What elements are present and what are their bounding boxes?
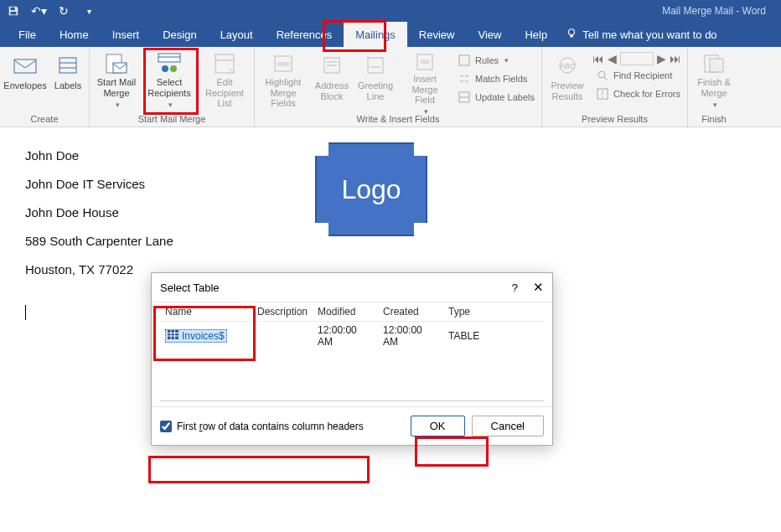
dialog-help-button[interactable]: ? [512,281,518,294]
title-bar: ↶▾ ↻ ▾ Mail Merge Mail - Word [0,0,781,22]
callout-mailings [323,21,385,51]
prev-record-icon[interactable]: ◀ [608,52,617,65]
col-modified[interactable]: Modified [313,302,378,322]
greeting-label: Greeting Line [357,80,394,101]
address-block-button[interactable]: Address Block [312,50,352,111]
save-icon[interactable] [7,4,20,18]
edit-recipient-list-button[interactable]: Edit Recipient List [199,50,251,111]
quick-access-toolbar: ↶▾ ↻ ▾ [7,4,96,18]
dialog-close-button[interactable]: ✕ [533,280,544,295]
insert-merge-label: Insert Merge Field [401,74,449,106]
svg-rect-1 [11,12,17,15]
tab-review[interactable]: Review [407,22,467,47]
highlight-label: Highlight Merge Fields [260,77,307,109]
callout-ok [417,439,486,464]
svg-text:!: ! [602,90,604,99]
cancel-button[interactable]: Cancel [472,416,544,436]
dialog-title: Select Table [160,281,220,294]
col-description[interactable]: Description [252,302,313,322]
select-table-dialog: Select Table ? ✕ Name Description Modifi… [151,272,553,446]
tab-help[interactable]: Help [513,22,559,47]
highlight-merge-fields-button[interactable]: Highlight Merge Fields [258,50,308,111]
svg-text:ABC: ABC [560,62,576,70]
svg-rect-4 [14,59,36,73]
tell-me[interactable]: Tell me what you want to do [559,22,716,47]
ribbon: Envelopes Labels Create Start Mail Merge… [0,47,781,127]
edit-recipient-label: Edit Recipient List [200,77,249,109]
first-record-icon[interactable]: ⏮ [592,52,604,65]
tab-view[interactable]: View [466,22,513,47]
find-icon [596,69,609,82]
svg-rect-21 [368,58,383,73]
tab-home[interactable]: Home [48,22,101,47]
group-write-label: Write & Insert Fields [258,112,538,127]
record-number-input[interactable] [620,52,654,65]
row-description [252,322,313,351]
svg-line-31 [604,77,608,80]
svg-rect-17 [277,62,289,66]
check-errors-icon: ! [596,87,609,101]
rules-button[interactable]: Rules [454,52,538,69]
svg-rect-9 [113,63,127,73]
logo-shape[interactable]: Logo [315,142,427,236]
callout-checkbox [151,458,367,481]
find-recipient-button[interactable]: Find Recipient [592,67,684,84]
tab-file[interactable]: File [7,22,48,47]
svg-rect-35 [710,59,723,72]
undo-icon[interactable]: ↶▾ [32,4,45,18]
tab-design[interactable]: Design [151,22,208,47]
labels-label: Labels [54,80,81,91]
tab-insert[interactable]: Insert [101,22,152,47]
next-record-icon[interactable]: ▶ [657,52,666,65]
match-fields-button[interactable]: Match Fields [454,70,538,87]
lightbulb-icon [566,28,577,42]
address-label: Address Block [313,80,350,101]
svg-rect-3 [570,34,573,37]
labels-button[interactable]: Labels [50,50,85,111]
mailmerge-icon [103,52,130,75]
group-finish-label: Finish [691,112,737,127]
greeting-line-button[interactable]: Greeting Line [355,50,396,111]
insert-merge-icon [411,52,438,72]
rules-icon [458,54,471,67]
envelope-icon [12,52,39,79]
qat-dropdown-icon[interactable]: ▾ [82,4,96,18]
update-icon [458,90,471,104]
checkbox-label: First row of data contains column header… [177,421,364,432]
col-created[interactable]: Created [378,302,443,322]
check-label: Check for Errors [613,89,680,99]
last-record-icon[interactable]: ⏭ [670,52,681,65]
callout-table-name [156,308,253,359]
callout-select-recipients [144,49,198,114]
first-row-headers-checkbox[interactable]: First row of data contains column header… [160,421,364,432]
redo-icon[interactable]: ↻ [57,4,70,18]
first-row-headers-input[interactable] [160,421,172,432]
text-cursor [25,305,26,320]
insert-merge-field-button[interactable]: Insert Merge Field [399,50,451,111]
menu-bar: File Home Insert Design Layout Reference… [0,22,781,47]
envelopes-button[interactable]: Envelopes [3,50,47,111]
record-nav[interactable]: ⏮ ◀ ▶ ⏭ [592,52,684,65]
start-mail-merge-button[interactable]: Start Mail Merge [93,50,140,111]
col-type[interactable]: Type [443,302,544,322]
svg-rect-24 [421,59,429,64]
envelopes-label: Envelopes [3,80,46,91]
row-type: TABLE [443,322,544,351]
svg-rect-25 [459,55,469,65]
ok-button[interactable]: OK [411,416,465,436]
finish-merge-button[interactable]: Finish & Merge [691,50,737,111]
row-modified: 12:00:00 AM [313,322,378,351]
app-title: Mail Merge Mail - Word [662,5,774,17]
tab-layout[interactable]: Layout [209,22,265,47]
highlight-icon [270,52,297,75]
finish-icon [701,52,727,75]
update-label: Update Labels [475,92,535,102]
match-icon [458,72,471,85]
group-preview-label: Preview Results [546,112,684,127]
check-errors-button[interactable]: ! Check for Errors [592,85,684,102]
preview-results-button[interactable]: ABC Preview Results [546,50,589,111]
find-label: Find Recipient [613,70,672,80]
svg-rect-0 [11,8,15,11]
preview-label: Preview Results [547,80,587,101]
update-labels-button[interactable]: Update Labels [454,89,538,106]
